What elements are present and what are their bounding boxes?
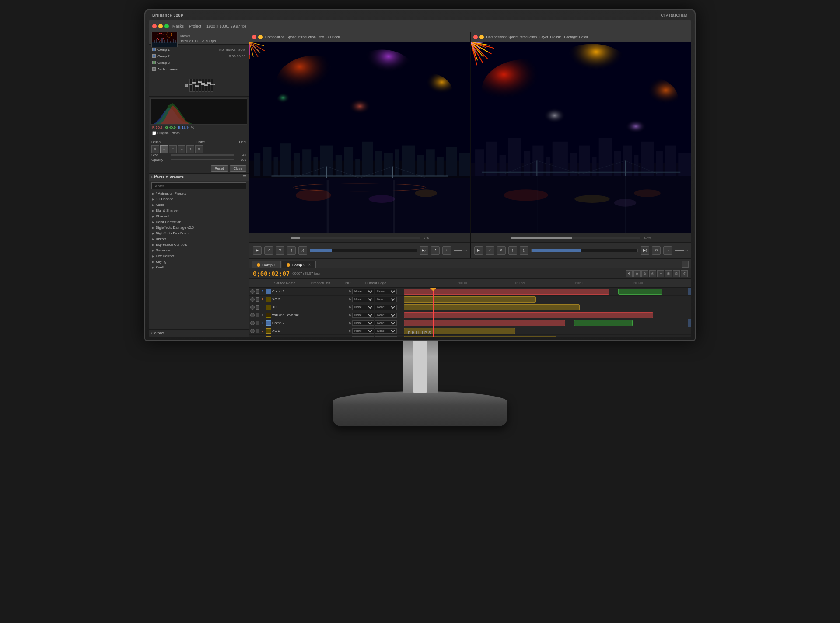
- play-btn-right[interactable]: ▶: [474, 246, 483, 255]
- tl-tool-4[interactable]: ◎: [649, 270, 656, 277]
- slider-track-7[interactable]: [208, 79, 210, 92]
- tl-tool-3[interactable]: ⊘: [641, 270, 648, 277]
- seek-bar-right[interactable]: [511, 237, 640, 239]
- page-select-0[interactable]: None: [375, 289, 397, 294]
- eye-2[interactable]: [250, 305, 255, 310]
- effect-expression-controls[interactable]: Expression Controls: [149, 242, 249, 247]
- tl-tool-5[interactable]: ≡: [657, 270, 664, 277]
- tl-row-3[interactable]: 4 you kno...ove me... fx None: [249, 311, 398, 319]
- next-frame-btn-right[interactable]: ⟩⟩: [520, 246, 528, 255]
- tl-row-1[interactable]: 2 XO 2 fx None: [249, 296, 398, 303]
- page-select-3[interactable]: None: [375, 313, 397, 318]
- volume-btn-left[interactable]: ♪: [442, 246, 451, 255]
- check-btn-left[interactable]: ✓: [264, 246, 273, 255]
- page-select-2[interactable]: None: [375, 305, 397, 310]
- fx-3[interactable]: fx: [349, 313, 351, 317]
- tl-row-5[interactable]: 2 XO 2 fx None: [249, 327, 398, 335]
- tab-comp2[interactable]: Comp 2 ✕: [282, 261, 316, 268]
- loop-btn-left[interactable]: ↺: [431, 246, 440, 255]
- tl-tool-1[interactable]: ✥: [626, 270, 633, 277]
- page-select-6[interactable]: None: [375, 336, 397, 337]
- tab-close-icon[interactable]: ✕: [308, 263, 311, 267]
- effect-animation-presets[interactable]: * Animation Presets: [149, 191, 249, 196]
- tl-row-4[interactable]: 1 Comp 2 fx None: [249, 319, 398, 327]
- lock-1[interactable]: [256, 297, 259, 302]
- link1-select-5[interactable]: None: [352, 328, 374, 334]
- check-btn-right[interactable]: ✓: [486, 246, 494, 255]
- original-photo-checkbox[interactable]: [152, 131, 156, 135]
- timeline-track-left[interactable]: [310, 249, 417, 252]
- audio-knob[interactable]: [185, 84, 188, 87]
- slider-track-1[interactable]: [189, 79, 192, 92]
- lock-2[interactable]: [256, 305, 259, 310]
- lock-5[interactable]: [256, 329, 259, 333]
- eye-6[interactable]: [250, 337, 255, 337]
- slider-track-8[interactable]: [211, 79, 214, 92]
- page-select-4[interactable]: None: [375, 320, 397, 326]
- x-btn-right[interactable]: ✕: [497, 246, 506, 255]
- effect-digieffects-damage[interactable]: Digieffects Damage v2.5: [149, 225, 249, 230]
- opacity-slider[interactable]: [171, 159, 234, 160]
- effect-3d-channel[interactable]: 3D Channel: [149, 196, 249, 202]
- maximize-window-btn[interactable]: [164, 24, 169, 28]
- prev-btn-right[interactable]: ⟨: [508, 246, 517, 255]
- page-select-5[interactable]: None: [375, 328, 397, 334]
- link1-select-1[interactable]: None: [352, 297, 374, 302]
- reset-button[interactable]: Reset: [211, 165, 228, 172]
- volume-slider-left[interactable]: [454, 250, 467, 251]
- link1-select-4[interactable]: None: [352, 320, 374, 326]
- layer-row-3[interactable]: Comp 3: [151, 59, 246, 66]
- effect-audio[interactable]: Audio: [149, 202, 249, 208]
- preview-right-close[interactable]: [473, 35, 478, 39]
- next-btn-right[interactable]: ▶⟩: [640, 246, 649, 255]
- tl-row-6[interactable]: 3 XO fx None: [249, 335, 398, 337]
- minimize-window-btn[interactable]: [158, 24, 163, 28]
- preview-right-min[interactable]: [480, 35, 484, 39]
- tool-clone[interactable]: ⊕: [195, 145, 203, 153]
- slider-track-6[interactable]: [205, 79, 207, 92]
- layer-row-4[interactable]: Audio Layers: [151, 66, 246, 72]
- tool-lasso[interactable]: △: [178, 145, 186, 153]
- link1-select-3[interactable]: None: [352, 313, 374, 318]
- tl-tool-7[interactable]: ⊡: [673, 270, 680, 277]
- effect-key-correct[interactable]: Key Correct: [149, 253, 249, 259]
- layer-row-1[interactable]: Comp 1 Normal Kit 80%: [151, 46, 246, 52]
- tool-rect[interactable]: □: [169, 145, 177, 153]
- effect-keying[interactable]: Keying: [149, 259, 249, 265]
- effects-search-input[interactable]: [151, 182, 246, 189]
- next-frame-btn-left[interactable]: ⟩⟩: [298, 246, 307, 255]
- eye-0[interactable]: [250, 289, 255, 294]
- play-btn-left[interactable]: ▶: [253, 246, 262, 255]
- size-slider[interactable]: [171, 154, 234, 156]
- close-window-btn[interactable]: [152, 24, 157, 28]
- fx-2[interactable]: fx: [349, 306, 351, 309]
- eye-5[interactable]: [250, 329, 255, 333]
- effect-blur-sharpen[interactable]: Blur & Sharpen: [149, 208, 249, 213]
- effect-channel[interactable]: Channel: [149, 213, 249, 219]
- page-select-1[interactable]: None: [375, 297, 397, 302]
- tl-row-0[interactable]: 1 Comp 2 fx None: [249, 288, 398, 296]
- link1-select-0[interactable]: None: [352, 289, 374, 294]
- tool-brush[interactable]: ○: [160, 145, 168, 153]
- volume-btn-right[interactable]: ♪: [663, 246, 672, 255]
- effect-distort[interactable]: Distort: [149, 236, 249, 242]
- fx-0[interactable]: fx: [349, 290, 351, 293]
- eye-3[interactable]: [250, 313, 255, 317]
- slider-track-4[interactable]: [199, 79, 201, 92]
- next-btn-left[interactable]: ▶⟩: [420, 246, 428, 255]
- x-btn-left[interactable]: ✕: [276, 246, 284, 255]
- lock-6[interactable]: [256, 337, 259, 337]
- preview-left-min[interactable]: [258, 35, 262, 39]
- lock-0[interactable]: [256, 289, 259, 294]
- effects-menu-icon[interactable]: ☰: [243, 175, 246, 179]
- tool-move[interactable]: ✥: [151, 145, 159, 153]
- lock-4[interactable]: [256, 321, 259, 325]
- tl-row-2[interactable]: 3 XO fx None: [249, 303, 398, 311]
- close-button[interactable]: Close: [230, 165, 246, 172]
- original-photo-row[interactable]: Original Photo: [150, 130, 247, 136]
- layer-row-2[interactable]: Comp 2 0:03:00:00: [151, 53, 246, 59]
- eye-4[interactable]: [250, 321, 255, 325]
- prev-btn-left[interactable]: ⟨: [287, 246, 296, 255]
- effect-generate[interactable]: Generate: [149, 247, 249, 253]
- seek-bar-left[interactable]: [291, 237, 420, 239]
